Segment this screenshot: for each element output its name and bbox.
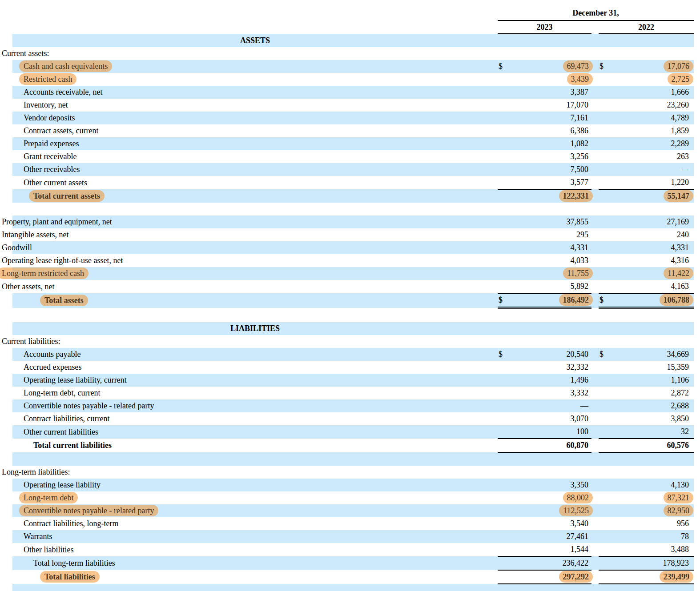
currency-cell-2022 xyxy=(599,466,612,479)
value-cell-2023: 60,870 xyxy=(511,439,591,452)
currency-cell-2022 xyxy=(599,308,612,322)
row-label-cell: Goodwill xyxy=(2,241,498,254)
spacer-row xyxy=(2,308,694,322)
currency-cell-2022 xyxy=(599,504,612,517)
value-2023: 3,439 xyxy=(567,73,593,85)
value-2023: 6,386 xyxy=(571,126,589,135)
column-gap xyxy=(591,412,599,425)
currency-cell-2022 xyxy=(599,439,612,452)
row-label-cell: Contract liabilities, long-term xyxy=(2,517,498,530)
row-label-cell: Accounts receivable, net xyxy=(2,86,498,99)
row-label-cell: Intangible assets, net xyxy=(2,228,498,241)
row-label-cell: Contract liabilities, current xyxy=(2,412,498,425)
row-label: Inventory, net xyxy=(24,100,68,109)
value-2022: 2,872 xyxy=(671,388,689,397)
section-header-cell: ASSETS xyxy=(2,34,498,47)
currency-cell-2023: $ xyxy=(498,293,511,308)
dollar-sign: $ xyxy=(599,350,603,359)
row-label-cell: Property, plant and equipment, net xyxy=(2,216,498,228)
column-gap xyxy=(591,124,599,137)
table-row: Long-term debt, current3,3322,872 xyxy=(2,387,694,399)
value-cell-2023 xyxy=(511,47,591,60)
row-label-cell: Total liabilities xyxy=(2,570,498,584)
currency-cell-2022 xyxy=(599,479,612,491)
row-label: Other current assets xyxy=(24,178,87,187)
value-cell-2023: 6,386 xyxy=(511,124,591,137)
currency-cell-2022 xyxy=(599,99,612,112)
value-cell-2022: 263 xyxy=(612,150,694,163)
table-row: Accounts payable$20,540$34,669 xyxy=(2,348,694,361)
value-2022: 956 xyxy=(677,519,689,528)
row-label: Total long-term liabilities xyxy=(33,559,115,567)
currency-cell-2022 xyxy=(599,491,612,504)
value-cell-2023: 17,070 xyxy=(511,99,591,112)
table-row: Convertible notes payable - related part… xyxy=(2,399,694,412)
column-gap xyxy=(591,86,599,99)
row-label: Restricted cash xyxy=(19,73,76,85)
currency-cell-2022 xyxy=(599,530,612,543)
column-gap xyxy=(591,176,599,189)
currency-cell-2023 xyxy=(498,267,511,280)
currency-cell-2023 xyxy=(498,308,511,322)
column-gap xyxy=(591,517,599,530)
currency-cell-2022 xyxy=(599,203,612,216)
value-cell-2022: 1,859 xyxy=(612,124,694,137)
currency-cell-2022 xyxy=(599,412,612,425)
value-cell-2023 xyxy=(511,308,591,322)
currency-cell-2023 xyxy=(498,99,511,112)
value-2023: 3,387 xyxy=(571,88,589,96)
value-2023: 60,870 xyxy=(567,441,589,450)
value-2022: 3,488 xyxy=(671,545,689,554)
value-cell-2023: — xyxy=(511,399,591,412)
row-label: Contract liabilities, current xyxy=(24,414,109,423)
table-row: Accrued expenses32,33215,359 xyxy=(2,361,694,374)
value-cell-2023: 27,461 xyxy=(511,530,591,543)
column-gap xyxy=(591,543,599,556)
row-label: Warrants xyxy=(24,532,52,541)
row-label: Long-term liabilities: xyxy=(2,467,70,476)
table-row: Total long-term liabilities236,422178,92… xyxy=(2,556,694,570)
table-row: ASSETS xyxy=(2,34,694,47)
value-cell-2023: 1,544 xyxy=(511,543,591,556)
value-2022: 4,163 xyxy=(671,282,689,291)
value-cell-2023 xyxy=(511,335,591,348)
column-gap xyxy=(591,425,599,439)
table-row: Other liabilities1,5443,488 xyxy=(2,543,694,556)
value-cell-2023: 3,387 xyxy=(511,86,591,99)
value-2023: 17,070 xyxy=(567,100,589,109)
value-cell-2022: 1,106 xyxy=(612,374,694,387)
row-label-cell: Long-term liabilities: xyxy=(2,466,498,479)
currency-cell-2023 xyxy=(498,517,511,530)
value-2023: 3,332 xyxy=(571,388,589,397)
table-row: Operating lease right-of-use asset, net4… xyxy=(2,254,694,267)
header-spacer-cell xyxy=(2,20,498,34)
currency-cell-2023 xyxy=(498,322,511,335)
value-2022: 32 xyxy=(681,427,689,436)
value-2022: 82,950 xyxy=(664,505,694,516)
row-label-cell: Operating lease liability, current xyxy=(2,374,498,387)
row-label-cell: Restricted cash xyxy=(2,73,498,86)
table-row: Current assets: xyxy=(2,47,694,60)
value-cell-2022 xyxy=(612,584,694,591)
column-gap xyxy=(591,374,599,387)
currency-cell-2022 xyxy=(599,267,612,280)
currency-cell-2022 xyxy=(599,570,612,584)
currency-cell-2023 xyxy=(498,203,511,216)
row-label-cell: Current liabilities: xyxy=(2,335,498,348)
column-gap xyxy=(591,308,599,322)
currency-cell-2022 xyxy=(599,374,612,387)
year-header-row: 2023 2022 xyxy=(2,20,694,34)
value-cell-2023: 20,540 xyxy=(511,348,591,361)
currency-cell-2023 xyxy=(498,556,511,570)
value-2022: 60,576 xyxy=(667,441,689,450)
currency-cell-2023 xyxy=(498,504,511,517)
value-cell-2023: 3,256 xyxy=(511,150,591,163)
currency-cell-2023 xyxy=(498,137,511,150)
table-row: Contract assets, current6,3861,859 xyxy=(2,124,694,137)
value-2023: 7,161 xyxy=(571,113,589,122)
value-cell-2022: 32 xyxy=(612,425,694,439)
currency-cell-2022 xyxy=(599,34,612,47)
currency-cell-2023 xyxy=(498,241,511,254)
row-label-cell: Total assets xyxy=(2,293,498,308)
currency-cell-2022 xyxy=(599,361,612,374)
